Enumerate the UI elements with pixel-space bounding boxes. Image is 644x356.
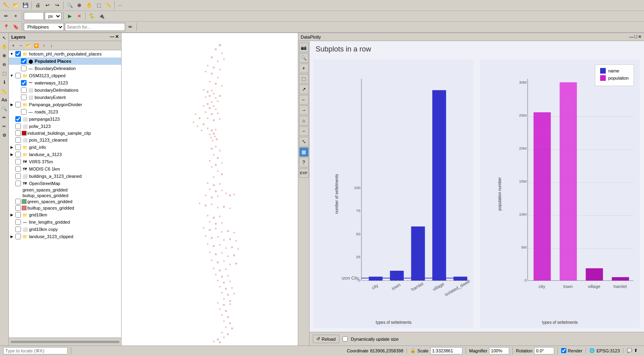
expand-lu[interactable]: ▶ (9, 152, 14, 156)
layer-builtup-layer[interactable]: builtup_spaces_gridded (9, 205, 121, 211)
help-tab[interactable]: ? (299, 158, 309, 167)
digitize-btn[interactable]: ✏ (2, 12, 10, 21)
search-input[interactable] (65, 23, 125, 31)
back-tab[interactable]: ← (299, 95, 309, 105)
arrow-icon[interactable]: ↖ (0, 34, 8, 42)
location-x-input[interactable]: 0 (24, 12, 44, 20)
check-osmt[interactable] (15, 181, 21, 186)
measure-btn[interactable]: 📏 (104, 1, 113, 10)
house-tab[interactable]: ⌂ (299, 116, 309, 126)
check-bldg[interactable] (15, 173, 21, 179)
expand-gi[interactable]: ▶ (9, 145, 14, 149)
plugin2-icon[interactable]: ⚙ (0, 131, 8, 139)
check-pamp-g[interactable] (15, 102, 21, 107)
layer-waterways[interactable]: 〜 waterways_3123 (9, 79, 121, 86)
measure-icon[interactable]: 📐 (0, 87, 8, 95)
expand-hotosm[interactable]: ▼ (9, 52, 14, 56)
rotation-input[interactable] (534, 347, 554, 354)
check-modis[interactable] (15, 166, 21, 172)
locate-btn[interactable]: 📍 (2, 23, 10, 31)
layer-green-layer[interactable]: green_spaces_gridded (9, 198, 121, 205)
digitize-icon[interactable]: ✏ (0, 113, 8, 121)
check-bext[interactable] (21, 95, 27, 100)
check-roads[interactable] (21, 109, 27, 115)
check-osm[interactable] (15, 73, 21, 78)
check-ind[interactable] (15, 130, 21, 136)
layer-green-g[interactable]: green_spaces_gridded (9, 187, 121, 193)
check-lu[interactable] (15, 152, 21, 157)
layer-grid10copy[interactable]: ⬜ grid10km copy (9, 226, 121, 233)
expand-tab[interactable]: ⤡ (299, 137, 309, 146)
panel-close[interactable]: ✕ (638, 34, 642, 39)
camera-tab[interactable]: 📷 (299, 43, 309, 52)
layer-osm-tiles[interactable]: 🗺 OpenStreetMap (9, 180, 121, 187)
check-gi[interactable] (15, 144, 21, 150)
expand-osm[interactable]: ▼ (9, 74, 14, 78)
edit-map-btn[interactable]: ✏ (126, 23, 135, 31)
identify-icon[interactable]: 🔍 (0, 105, 8, 113)
run-btn[interactable]: ▶ (65, 12, 74, 21)
zoom-tab[interactable]: 🔍 (299, 53, 309, 63)
down-layer-btn[interactable]: ↓ (48, 42, 55, 49)
layer-grid10km[interactable]: ▶ 📁 grid10km (9, 211, 121, 218)
add-layer-btn[interactable]: + (10, 42, 17, 49)
info-icon[interactable]: ℹ (0, 78, 8, 86)
new-btn[interactable]: ✏️ (2, 1, 10, 10)
reload-button[interactable]: ↺ Reload (313, 335, 339, 343)
check-bul[interactable] (15, 205, 21, 211)
edit-icon[interactable]: ✂ (0, 122, 8, 130)
render-check[interactable] (561, 348, 566, 353)
check-p3123[interactable] (15, 116, 21, 122)
select-tab[interactable]: ⬚ (299, 74, 309, 84)
label-icon[interactable]: Aa (0, 96, 8, 104)
expand-g10[interactable]: ▶ (9, 213, 14, 217)
zoomin-tab[interactable]: + (299, 64, 309, 73)
locate-input[interactable] (3, 347, 68, 354)
minus-tab[interactable]: − (299, 126, 309, 136)
print-btn[interactable]: 🖨 (33, 1, 42, 10)
layer-landuse-clipped[interactable]: ▶ 📁 landuse_3123_clipped (9, 233, 121, 240)
layer-populated-places[interactable]: ⬤ Populated Places (9, 58, 121, 65)
arrow-tab[interactable]: ↗ (299, 84, 309, 94)
panel-float[interactable]: □ (634, 34, 637, 39)
check-hotosm[interactable] (15, 51, 21, 57)
layer-hotosm[interactable]: ▼ 📁 hotosm_phl_north_populated_places (9, 50, 121, 58)
add-feature-btn[interactable]: + (11, 12, 20, 21)
layer-landuse-a[interactable]: ▶ 📁 landuse_a_3123 (9, 151, 121, 158)
zoom-in-icon[interactable]: ⊕ (0, 51, 8, 60)
forward-tab[interactable]: → (299, 105, 309, 115)
dynamic-update-check[interactable] (343, 336, 348, 342)
up-layer-btn[interactable]: ↑ (40, 42, 47, 49)
layer-bextent[interactable]: ⬜ boundaryExtent (9, 94, 121, 101)
code-tab[interactable]: EXP (299, 168, 309, 178)
identify-btn[interactable]: 🔍 (65, 1, 74, 10)
filter-layer-btn[interactable]: 🔽 (33, 42, 40, 49)
check-bdelims[interactable] (21, 87, 27, 93)
map-area[interactable] (122, 33, 298, 346)
unit-select[interactable]: px (45, 12, 62, 20)
layer-builtup-g[interactable]: buitup_spaces_gridded (9, 193, 121, 198)
layer-pois[interactable]: ⬜ pois_3123_cleaned (9, 136, 121, 144)
check-viirs[interactable] (15, 159, 21, 165)
select-btn[interactable]: ⬚ (94, 1, 103, 10)
check-pofw[interactable] (15, 123, 21, 129)
layer-gridinfo[interactable]: ▶ 📁 grid_info (9, 144, 121, 151)
bars-tab[interactable]: ▦ (299, 147, 309, 157)
zoom-out-icon[interactable]: ⊖ (0, 60, 8, 68)
stop-btn[interactable]: ✕ (75, 12, 84, 21)
layer-boundary[interactable]: — BoundaryDelineation (9, 65, 121, 72)
layer-pampanga-group[interactable]: ▶ 📁 Pampanga_polygonDivider (9, 101, 121, 108)
plugin-btn[interactable]: 🔌 (97, 12, 106, 21)
save-btn[interactable]: 💾 (21, 1, 30, 10)
panel-minimize[interactable]: — (629, 34, 634, 39)
layer-buildings[interactable]: ⬜ buildings_a_3123_cleaned (9, 173, 121, 180)
check-g10[interactable] (15, 212, 21, 218)
check-ll[interactable] (15, 219, 21, 225)
python-btn[interactable]: 🐍 (87, 12, 96, 21)
location-dropdown[interactable]: Philippines (24, 23, 64, 31)
hand-icon[interactable]: ✋ (0, 43, 8, 51)
bookmark-btn[interactable]: 🔖 (11, 23, 20, 31)
layer-roads[interactable]: — roads_3123 (9, 108, 121, 115)
check-pois[interactable] (15, 137, 21, 143)
magnifier-input[interactable] (489, 347, 509, 354)
